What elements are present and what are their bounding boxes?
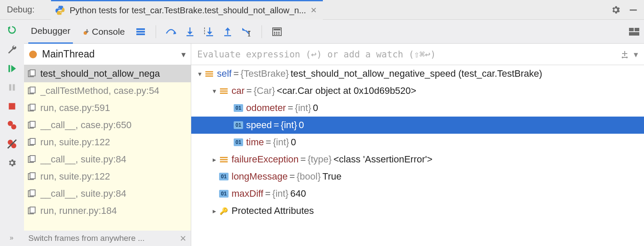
equals-sign: =	[301, 154, 306, 165]
chevron-down-icon[interactable]: ▾	[634, 49, 638, 60]
variable-name: Protected Attributes	[232, 205, 314, 216]
frame-label: __call__, suite.py:84	[40, 188, 126, 199]
svg-rect-20	[204, 27, 205, 29]
variable-type: {bool}	[297, 171, 321, 182]
variable-row[interactable]: ▸failureException = {type} <class 'Asser…	[191, 151, 644, 168]
frame-row[interactable]: __call__, suite.py:84	[24, 151, 191, 168]
expand-arrow-icon[interactable]: ▸	[210, 156, 219, 164]
step-into-mycode-icon[interactable]	[203, 27, 214, 36]
expand-arrow-icon[interactable]: ▾	[210, 87, 219, 95]
frame-icon	[27, 155, 37, 164]
frame-label: run, suite.py:122	[40, 171, 110, 182]
variable-row[interactable]: ▸🔑Protected Attributes	[191, 202, 644, 219]
thread-selector[interactable]: MainThread ▾	[24, 44, 191, 65]
python-icon	[54, 5, 66, 16]
svg-rect-30	[274, 29, 280, 30]
frame-icon	[27, 138, 37, 147]
frame-row[interactable]: __call__, suite.py:84	[24, 185, 191, 202]
debug-label: Debug:	[3, 5, 38, 15]
wrench-icon[interactable]	[6, 44, 18, 56]
thread-list-icon[interactable]	[135, 27, 146, 36]
equals-sign: =	[265, 188, 271, 199]
svg-point-1	[61, 13, 62, 14]
step-into-icon[interactable]	[184, 27, 196, 36]
frame-row[interactable]: test_should_not_allow_nega	[24, 65, 191, 82]
frame-label: test_should_not_allow_nega	[40, 68, 160, 79]
variable-row[interactable]: ▸01odometer = {int} 0	[191, 99, 644, 117]
svg-rect-4	[9, 84, 11, 91]
variable-value: 0	[291, 137, 296, 148]
svg-rect-5	[13, 84, 15, 91]
svg-rect-43	[30, 87, 35, 93]
expand-arrow-icon[interactable]: ▸	[210, 207, 219, 215]
frame-row[interactable]: run, suite.py:122	[24, 134, 191, 151]
svg-rect-6	[9, 103, 15, 110]
gear-icon[interactable]	[611, 5, 621, 15]
primitive-icon: 01	[234, 138, 243, 146]
variable-row[interactable]: ▸01longMessage = {bool} True	[191, 168, 644, 185]
layout-icon[interactable]	[629, 27, 640, 36]
frame-label: _callTestMethod, case.py:54	[40, 85, 159, 96]
variable-row[interactable]: ▸01maxDiff = {int} 640	[191, 185, 644, 202]
expand-arrow-icon[interactable]: ▾	[196, 70, 204, 78]
frame-row[interactable]: run, runner.py:184	[24, 202, 191, 219]
step-over-icon[interactable]	[166, 27, 177, 36]
close-icon[interactable]: ✕	[310, 6, 317, 15]
variable-type: {int}	[281, 120, 297, 131]
struct-icon	[205, 71, 213, 77]
variable-name: speed	[246, 120, 272, 131]
primitive-icon: 01	[234, 104, 243, 112]
equals-sign: =	[266, 137, 271, 148]
step-out-icon[interactable]	[222, 27, 233, 36]
variable-row[interactable]: ▸01speed = {int} 0	[191, 117, 644, 134]
more-icon[interactable]: »	[10, 234, 15, 246]
struct-icon	[220, 88, 228, 94]
close-hint-icon[interactable]: ✕	[180, 234, 187, 243]
pause-icon[interactable]	[6, 81, 18, 93]
variable-value: True	[322, 171, 341, 182]
debug-session-tab[interactable]: Python tests for test_car.TestBrake.test…	[51, 0, 323, 20]
stop-icon[interactable]	[6, 100, 18, 112]
debug-settings-icon[interactable]	[6, 157, 18, 169]
variable-row[interactable]: ▾self = {TestBrake} test_should_not_allo…	[191, 65, 644, 82]
debugger-tab[interactable]: Debugger	[28, 20, 73, 44]
frame-icon	[27, 207, 37, 215]
variable-name: self	[217, 68, 232, 79]
add-watch-icon[interactable]	[620, 50, 629, 59]
svg-rect-35	[276, 33, 277, 35]
variable-value: <car.Car object at 0x10d69b520>	[277, 85, 416, 96]
mute-breakpoints-icon[interactable]	[6, 138, 18, 150]
equals-sign: =	[274, 120, 279, 131]
svg-rect-31	[274, 32, 275, 33]
svg-rect-21	[204, 30, 205, 32]
run-to-cursor-icon[interactable]	[241, 27, 252, 36]
frame-label: __call__, case.py:650	[40, 120, 132, 131]
debug-titlebar: Debug: Python tests for test_car.TestBra…	[0, 0, 644, 20]
svg-rect-38	[635, 28, 639, 31]
frame-hint-text: Switch frames from anywhere ...	[28, 234, 144, 243]
rerun-icon[interactable]	[6, 25, 18, 37]
variable-type: {Car}	[253, 85, 275, 96]
frame-row[interactable]: __call__, case.py:650	[24, 117, 191, 134]
frame-hint: Switch frames from anywhere ... ✕	[24, 231, 191, 246]
variable-row[interactable]: ▸01time = {int} 0	[191, 134, 644, 151]
variable-row[interactable]: ▾car = {Car} <car.Car object at 0x10d69b…	[191, 82, 644, 99]
svg-rect-22	[204, 33, 205, 34]
equals-sign: =	[288, 102, 293, 114]
frame-row[interactable]: run, suite.py:122	[24, 168, 191, 185]
key-icon: 🔑	[220, 207, 228, 215]
evaluate-icon[interactable]	[271, 27, 283, 36]
variable-name: failureException	[232, 154, 299, 165]
svg-rect-15	[136, 33, 145, 35]
svg-rect-17	[187, 35, 193, 36]
breakpoints-icon[interactable]	[6, 119, 18, 131]
svg-rect-53	[30, 173, 35, 179]
frame-row[interactable]: run, case.py:591	[24, 99, 191, 117]
frame-row[interactable]: _callTestMethod, case.py:54	[24, 82, 191, 99]
svg-rect-55	[30, 190, 35, 196]
console-tab[interactable]: Console	[81, 20, 127, 44]
minimize-icon[interactable]	[629, 5, 638, 15]
evaluate-input[interactable]	[197, 49, 616, 60]
variable-type: {int}	[295, 102, 311, 114]
resume-icon[interactable]	[6, 63, 18, 75]
